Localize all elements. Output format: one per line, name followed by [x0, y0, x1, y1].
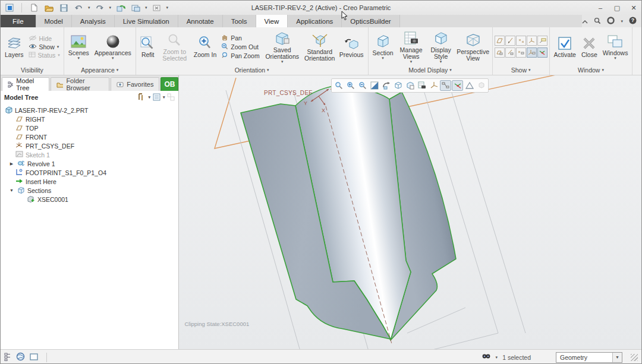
resource-center-icon[interactable] [607, 16, 615, 27]
layers-button[interactable]: Layers [2, 33, 26, 60]
spin-center-icon[interactable] [452, 80, 463, 91]
csys-display-toggle[interactable] [527, 36, 537, 46]
status-dropdown-icon[interactable]: ▾ [58, 53, 60, 57]
help-icon[interactable]: ? [629, 16, 637, 27]
tree-item-right[interactable]: RIGHT [1, 115, 178, 124]
show-group-dropdown-icon[interactable]: ▾ [528, 68, 531, 72]
zoom-out-button[interactable]: Zoom Out [219, 43, 261, 50]
close-button[interactable]: ✕ [630, 4, 638, 12]
redo-icon[interactable] [95, 2, 105, 13]
undo-dropdown-icon[interactable]: ▾ [88, 6, 90, 10]
pan-button[interactable]: Pan [219, 34, 261, 42]
pan-zoom-button[interactable]: Pan Zoom [219, 52, 261, 59]
zoom-in-button[interactable]: Zoom In [191, 33, 219, 60]
tree-item-front[interactable]: FRONT [1, 132, 178, 141]
tree-settings-icon[interactable] [153, 93, 160, 102]
manage-views-dropdown-icon[interactable]: ▾ [410, 60, 413, 64]
refit-button[interactable]: Refit [138, 33, 158, 60]
refit-view-icon[interactable] [333, 80, 344, 91]
selection-filter-dropdown-icon[interactable]: ▼ [612, 353, 622, 362]
manage-views-button[interactable]: Manage Views ▾ [396, 29, 426, 65]
status-web-browser-icon[interactable] [16, 352, 25, 362]
graphics-viewport[interactable]: Z Y X PRT_CSYS_DEF [179, 75, 641, 349]
selection-filter-combobox[interactable]: Geometry ▼ [556, 352, 622, 363]
tree-item-footprint[interactable]: FOOTPRINT_S1_F0_P1_O4 [1, 168, 178, 177]
search-icon[interactable] [594, 16, 601, 27]
windows-dropdown-icon[interactable]: ▾ [614, 56, 616, 60]
redo-dropdown-icon[interactable]: ▾ [109, 6, 112, 10]
activate-button[interactable]: Activate [552, 33, 578, 60]
tree-filters-icon[interactable] [137, 93, 146, 102]
window-refresh-dropdown-icon[interactable]: ▾ [145, 6, 147, 10]
tree-item-sections[interactable]: ▼ Sections [1, 186, 178, 195]
shade-display-icon[interactable] [369, 80, 380, 91]
point-tag-display-toggle[interactable] [516, 48, 526, 58]
perspective-view-button[interactable]: Perspective View [456, 30, 490, 64]
spin-center-toggle[interactable] [537, 48, 547, 58]
perspective-icon[interactable] [464, 80, 475, 91]
reorient-icon[interactable] [380, 80, 392, 91]
search-tool-dropdown-icon[interactable]: ▾ [496, 356, 498, 359]
appearances-button[interactable]: Appearances ▾ [92, 31, 134, 62]
tree-item-insert-here[interactable]: Insert Here [1, 177, 178, 186]
plane-display-toggle[interactable] [495, 36, 505, 46]
undo-icon[interactable] [73, 2, 84, 13]
regenerate-icon[interactable] [115, 2, 126, 13]
qat-customize-icon[interactable]: ▾ [166, 6, 169, 10]
tab-annotate[interactable]: Annotate [178, 15, 223, 27]
section-button[interactable]: Section ▾ [370, 31, 396, 62]
resize-grip[interactable] [631, 354, 638, 361]
previous-button[interactable]: Previous [337, 33, 366, 60]
resource-dropdown-icon[interactable]: ▾ [621, 20, 623, 23]
minimize-button[interactable]: – [596, 4, 605, 12]
tab-live-simulation[interactable]: Live Simulation [115, 15, 178, 27]
saved-orientations-button[interactable]: Saved Orientations ▾ [262, 29, 303, 65]
tab-folder-browser[interactable]: Folder Browser [51, 77, 109, 91]
zoom-out-view-icon[interactable] [357, 80, 368, 91]
tree-item-top[interactable]: TOP [1, 124, 178, 132]
tab-view[interactable]: View [256, 15, 288, 27]
standard-orientation-button[interactable]: Standard Orientation [303, 30, 336, 64]
scenes-dropdown-icon[interactable]: ▾ [78, 56, 80, 60]
hide-button[interactable]: Hide [27, 35, 62, 42]
app-icon[interactable] [4, 2, 15, 13]
csys-tag-display-toggle[interactable] [527, 48, 537, 58]
window-refresh-icon[interactable] [130, 2, 141, 13]
ribbon-collapse-icon[interactable] [582, 16, 588, 27]
tab-file[interactable]: File [1, 15, 36, 27]
close-window-button[interactable]: Close [579, 33, 600, 60]
new-file-icon[interactable] [29, 2, 39, 13]
view-manager-icon[interactable] [416, 80, 427, 91]
status-button[interactable]: Status ▾ [27, 52, 62, 59]
section-view-icon[interactable] [404, 80, 416, 91]
view-mode-icon[interactable] [476, 80, 487, 91]
tree-item-sketch1[interactable]: Sketch 1 [1, 150, 178, 159]
plane-tag-display-toggle[interactable] [495, 48, 505, 58]
display-style-view-icon[interactable] [392, 80, 404, 91]
tab-analysis[interactable]: Analysis [72, 15, 115, 27]
section-dropdown-icon[interactable]: ▾ [382, 56, 384, 60]
tree-item-revolve1[interactable]: ▶ Revolve 1 [1, 159, 178, 168]
annotation-display-toggle[interactable] [537, 36, 547, 46]
tab-opticsbuilder-panel[interactable]: OB [160, 77, 178, 91]
scenes-button[interactable]: Scenes ▾ [66, 31, 92, 62]
show-dropdown-icon[interactable]: ▾ [57, 45, 59, 49]
collapse-icon[interactable]: ▼ [8, 188, 15, 192]
search-tool-icon[interactable] [482, 353, 491, 362]
zoom-in-view-icon[interactable] [345, 80, 356, 91]
model-canvas[interactable]: Z Y X PRT_CSYS_DEF [179, 75, 641, 349]
tree-settings-dropdown-icon[interactable]: ▾ [163, 96, 165, 99]
open-file-icon[interactable] [43, 2, 54, 13]
tab-applications[interactable]: Applications [288, 15, 342, 27]
datum-display-filters-icon[interactable] [428, 80, 439, 91]
tab-opticsbuilder[interactable]: OpticsBuilder [342, 15, 399, 27]
status-tree-toggle-icon[interactable] [4, 353, 11, 362]
saved-orientations-dropdown-icon[interactable]: ▾ [281, 60, 284, 64]
tab-tools[interactable]: Tools [223, 15, 256, 27]
orientation-group-dropdown-icon[interactable]: ▾ [267, 68, 269, 72]
close-window-icon[interactable] [152, 2, 162, 13]
tab-model[interactable]: Model [36, 15, 72, 27]
zoom-to-selected-button[interactable]: Zoom to Selected [159, 30, 191, 64]
appearances-dropdown-icon[interactable]: ▾ [112, 56, 114, 60]
window-group-dropdown-icon[interactable]: ▾ [602, 68, 604, 72]
